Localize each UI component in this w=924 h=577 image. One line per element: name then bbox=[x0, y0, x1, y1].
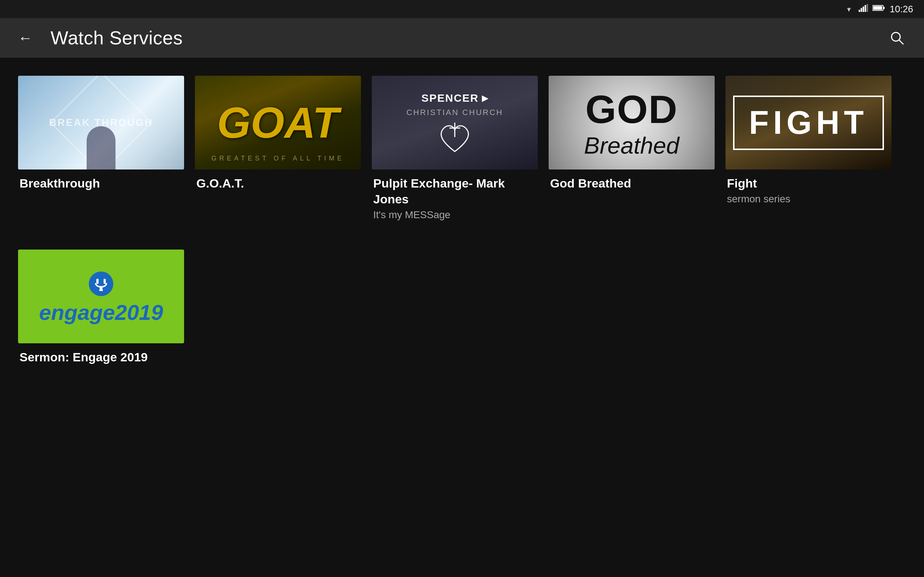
svg-rect-14 bbox=[96, 279, 99, 284]
status-icons: 10:26 bbox=[843, 3, 913, 15]
card-subtitle-fight: sermon series bbox=[727, 193, 890, 205]
svg-rect-17 bbox=[99, 290, 103, 291]
svg-line-10 bbox=[899, 40, 903, 44]
svg-rect-8 bbox=[873, 6, 882, 10]
thumbnail-engage: engage2019 bbox=[18, 250, 184, 343]
card-title-breakthrough: Breakthrough bbox=[19, 175, 183, 191]
card-info-goat: G.O.A.T. bbox=[195, 175, 361, 191]
svg-rect-5 bbox=[867, 4, 868, 12]
svg-rect-2 bbox=[861, 8, 862, 12]
thumbnail-breakthrough: BREAK THROUGH bbox=[18, 76, 184, 169]
back-button[interactable]: ← bbox=[15, 27, 36, 49]
card-info-engage: Sermon: Engage 2019 bbox=[18, 349, 184, 365]
card-info-pulpit: Pulpit Exchange- Mark Jones It's my MESS… bbox=[372, 175, 538, 221]
card-subtitle-pulpit: It's my MESSage bbox=[373, 209, 536, 221]
signal-icon bbox=[859, 4, 868, 14]
thumbnail-god-breathed: GOD Breathed bbox=[549, 76, 715, 169]
svg-rect-15 bbox=[103, 279, 106, 284]
status-time: 10:26 bbox=[890, 3, 913, 15]
content-area: BREAK THROUGH Breakthrough GOAT GREATEST… bbox=[0, 58, 924, 384]
card-fight[interactable]: FIGHT Fight sermon series bbox=[725, 76, 892, 221]
search-button[interactable] bbox=[884, 25, 909, 50]
card-engage[interactable]: engage2019 Sermon: Engage 2019 bbox=[18, 250, 184, 365]
card-title-engage: Sermon: Engage 2019 bbox=[19, 349, 183, 365]
svg-rect-4 bbox=[864, 5, 866, 12]
page-title: Watch Services bbox=[50, 27, 183, 49]
svg-point-13 bbox=[89, 272, 113, 296]
thumbnail-fight: FIGHT bbox=[725, 76, 892, 169]
card-info-god-breathed: God Breathed bbox=[549, 175, 715, 191]
card-title-god-breathed: God Breathed bbox=[550, 175, 713, 191]
card-grid: BREAK THROUGH Breakthrough GOAT GREATEST… bbox=[18, 76, 906, 365]
app-bar: ← Watch Services bbox=[0, 18, 924, 58]
status-bar: 10:26 bbox=[0, 0, 924, 18]
wifi-icon bbox=[843, 4, 855, 14]
card-title-goat: G.O.A.T. bbox=[196, 175, 360, 191]
card-god-breathed[interactable]: GOD Breathed God Breathed bbox=[549, 76, 715, 221]
svg-point-9 bbox=[892, 32, 900, 41]
card-title-fight: Fight bbox=[727, 175, 890, 191]
battery-icon bbox=[872, 4, 885, 14]
svg-rect-7 bbox=[883, 7, 885, 9]
thumbnail-pulpit: SPENCER ▶ CHRISTIAN CHURCH bbox=[372, 76, 538, 169]
thumbnail-goat: GOAT GREATEST OF ALL TIME bbox=[195, 76, 361, 169]
svg-rect-3 bbox=[863, 6, 864, 12]
card-pulpit[interactable]: SPENCER ▶ CHRISTIAN CHURCH Pulpit Exchan… bbox=[372, 76, 538, 221]
card-goat[interactable]: GOAT GREATEST OF ALL TIME G.O.A.T. bbox=[195, 76, 361, 221]
card-info-fight: Fight sermon series bbox=[725, 175, 892, 205]
svg-rect-1 bbox=[859, 10, 860, 12]
card-breakthrough[interactable]: BREAK THROUGH Breakthrough bbox=[18, 76, 184, 221]
card-info-breakthrough: Breakthrough bbox=[18, 175, 184, 191]
app-bar-left: ← Watch Services bbox=[15, 27, 183, 49]
svg-point-0 bbox=[848, 10, 849, 11]
card-title-pulpit: Pulpit Exchange- Mark Jones bbox=[373, 175, 536, 207]
